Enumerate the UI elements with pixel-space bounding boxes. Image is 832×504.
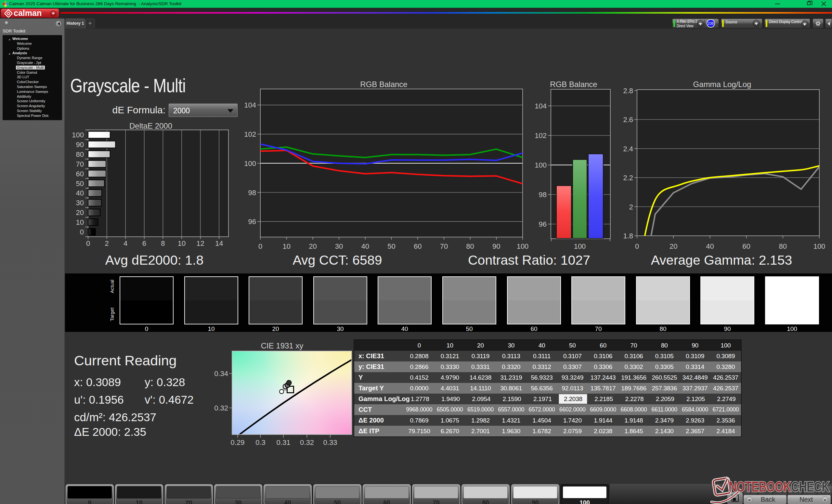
svg-text:NOTEBOOKCHECK: NOTEBOOKCHECK	[729, 479, 830, 495]
